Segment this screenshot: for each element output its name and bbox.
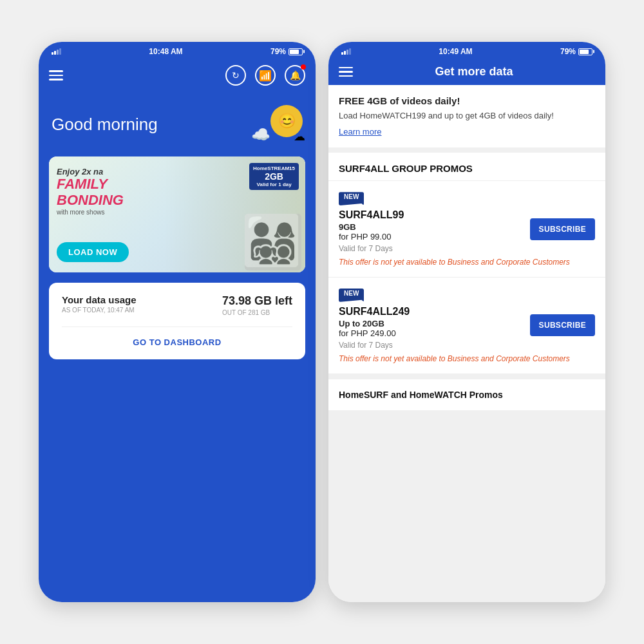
app-container: 10:48 AM 79% ↻ 📶 🔔 [13, 16, 631, 628]
header-left: ↻ 📶 🔔 [39, 59, 316, 92]
cloud-right-icon: ☁ [294, 129, 305, 144]
load-now-button[interactable]: LOAD NOW [57, 242, 129, 262]
battery-pct-left: 79% [270, 47, 286, 56]
battery-icon-left [289, 48, 303, 55]
sun-graphic: 😊 ☁️ ☁ [251, 105, 303, 144]
promo-valid-1: Valid for 7 Days [339, 244, 595, 253]
promo-valid-2: Valid for 7 Days [339, 341, 595, 350]
free-promo-title: FREE 4GB of videos daily! [339, 95, 595, 106]
status-right-signal [341, 48, 351, 55]
free-promo-desc: Load HomeWATCH199 and up to get 4GB of v… [339, 110, 595, 122]
data-sublabel: AS OF TODAY, 10:47 AM [62, 307, 137, 314]
free-promo-section: FREE 4GB of videos daily! Load HomeWATCH… [328, 85, 605, 147]
enjoy-text: Enjoy 2x na [57, 167, 124, 176]
signal-icon-right [341, 48, 351, 55]
left-phone: 10:48 AM 79% ↻ 📶 🔔 [39, 42, 316, 602]
greeting-text: Good morning [52, 115, 158, 135]
promo-warning-1: This offer is not yet available to Busin… [339, 257, 595, 268]
homesurf-section: HomeSURF and HomeWATCH Promos [328, 379, 605, 410]
screen-left: Good morning 😊 ☁️ ☁ Enjoy 2x na FAMILY B… [39, 92, 316, 602]
promo-warning-2: This offer is not yet available to Busin… [339, 354, 595, 365]
time-right: 10:49 AM [439, 47, 472, 56]
surf4all-section: SURF4ALL GROUP PROMOS NEW SURF4ALL99 9GB… [328, 153, 605, 374]
dashboard-link[interactable]: GO TO DASHBOARD [62, 327, 292, 348]
homesurf-title: HomeSURF and HomeWATCH Promos [339, 390, 595, 400]
data-usage-card: Your data usage AS OF TODAY, 10:47 AM 73… [49, 283, 305, 359]
right-phone: 10:49 AM 79% Get more data FREE 4GB of v… [328, 42, 605, 602]
data-usage-top: Your data usage AS OF TODAY, 10:47 AM 73… [62, 294, 292, 316]
family-text: FAMILY [57, 176, 124, 192]
family-figures: 👨‍👩‍👧‍👦 [241, 212, 305, 272]
learn-more-link[interactable]: Learn more [339, 127, 381, 137]
promo-item-2: NEW SURF4ALL249 Up to 20GB for PHP 249.0… [328, 278, 605, 374]
data-badge: 2GB [253, 171, 295, 182]
homestream-label: HomeSTREAM15 [253, 166, 295, 171]
data-amount-group: 73.98 GB left OUT OF 281 GB [222, 294, 292, 316]
banner-text: Enjoy 2x na FAMILY BONDING with more sho… [57, 167, 124, 216]
battery-icon-right [578, 48, 592, 55]
homestream-badge: HomeSTREAM15 2GB Valid for 1 day [249, 163, 299, 190]
signal-icon [52, 48, 61, 55]
greeting-area: Good morning 😊 ☁️ ☁ [39, 92, 316, 150]
time-left: 10:48 AM [149, 47, 182, 56]
header-icons-left: ↻ 📶 🔔 [225, 65, 305, 86]
data-label-group: Your data usage AS OF TODAY, 10:47 AM [62, 294, 137, 314]
header-right: Get more data [328, 59, 605, 85]
with-shows-text: with more shows [57, 209, 124, 216]
promo-item-1: NEW SURF4ALL99 9GB for PHP 99.00 Valid f… [328, 181, 605, 278]
surf-title: SURF4ALL GROUP PROMOS [339, 163, 595, 174]
banner-card: Enjoy 2x na FAMILY BONDING with more sho… [49, 156, 305, 272]
status-bar-right: 10:49 AM 79% [328, 42, 605, 59]
data-valid: Valid for 1 day [253, 182, 295, 187]
notification-icon[interactable]: 🔔 [285, 65, 305, 86]
subscribe-button-2[interactable]: SUBSCRIBE [530, 314, 595, 336]
screen-right: FREE 4GB of videos daily! Load HomeWATCH… [328, 85, 605, 602]
dashboard-anchor[interactable]: GO TO DASHBOARD [133, 337, 221, 347]
cloud-left-icon: ☁️ [251, 126, 270, 144]
status-bar-left: 10:48 AM 79% [39, 42, 316, 59]
banner-background: Enjoy 2x na FAMILY BONDING with more sho… [49, 156, 305, 272]
subscribe-button-1[interactable]: SUBSCRIBE [530, 218, 595, 240]
bonding-text: BONDING [57, 192, 124, 209]
data-label: Your data usage [62, 294, 137, 305]
status-right-left: 79% [270, 47, 303, 56]
status-right-right: 79% [560, 47, 592, 56]
hamburger-button[interactable] [49, 70, 63, 80]
surf-header: SURF4ALL GROUP PROMOS [328, 153, 605, 181]
battery-pct-right: 79% [560, 47, 576, 56]
new-badge-2: NEW [339, 289, 364, 302]
data-out-of: OUT OF 281 GB [222, 309, 292, 316]
refresh-icon[interactable]: ↻ [225, 65, 246, 86]
page-title: Get more data [353, 65, 595, 79]
hamburger-button-right[interactable] [339, 67, 353, 77]
status-left [52, 48, 61, 55]
new-badge-1: NEW [339, 192, 364, 205]
wifi-icon[interactable]: 📶 [255, 65, 276, 86]
data-amount: 73.98 GB left [222, 294, 292, 308]
